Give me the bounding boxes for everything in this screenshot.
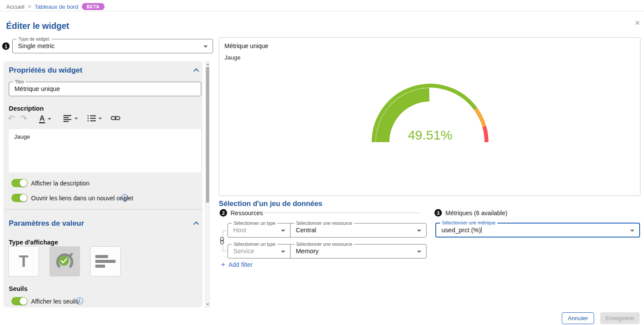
insert-link-button[interactable] bbox=[111, 115, 120, 121]
breadcrumb-dashboards-link[interactable]: Tableaux de bord bbox=[35, 3, 78, 10]
chevron-down-icon bbox=[417, 251, 421, 253]
text-cursor bbox=[481, 227, 482, 233]
redo-button[interactable]: ↷ bbox=[20, 114, 27, 122]
chevron-down-icon bbox=[203, 45, 208, 48]
step-1-badge: 1 bbox=[2, 42, 10, 50]
metric-select-value: used_prct (%) bbox=[441, 227, 482, 234]
metric-select[interactable]: Sélectionner une métrique used_prct (%) bbox=[435, 223, 640, 238]
text-color-icon: A bbox=[39, 115, 45, 123]
widget-preview-panel: Métrique unique Jauge 49.51% bbox=[219, 37, 640, 196]
scroll-down-icon[interactable] bbox=[206, 304, 209, 305]
text-display-icon: T bbox=[19, 254, 28, 269]
display-type-bars-button[interactable] bbox=[90, 246, 121, 276]
gauge-display-icon bbox=[55, 252, 75, 271]
resource-select-2[interactable]: Sélectionner une ressource Memory bbox=[290, 244, 427, 259]
undo-icon: ↶ bbox=[8, 114, 15, 122]
show-thresholds-toggle-label: Afficher les seuils bbox=[31, 298, 79, 305]
breadcrumb: Accueil > Tableaux de bord BETA bbox=[6, 2, 105, 11]
preview-description: Jauge bbox=[224, 54, 241, 61]
properties-section-heading: Propriétés du widget bbox=[9, 66, 82, 75]
preview-title: Métrique unique bbox=[224, 42, 268, 49]
chevron-down-icon bbox=[630, 230, 634, 232]
align-icon bbox=[63, 115, 72, 122]
add-filter-label: Add filter bbox=[228, 261, 252, 268]
resource-select-1-label: Sélectionner une ressource bbox=[294, 220, 354, 226]
dataset-heading: Sélection d'un jeu de données bbox=[219, 199, 322, 208]
scroll-up-icon[interactable] bbox=[206, 63, 209, 65]
close-icon[interactable]: × bbox=[632, 17, 643, 28]
resource-type-select-2[interactable]: Sélectionner un type Service bbox=[228, 244, 290, 259]
chain-wrap bbox=[219, 236, 225, 245]
value-settings-heading: Paramètres de valeur bbox=[9, 219, 84, 228]
widget-type-select[interactable]: Type de widget Single metric bbox=[12, 39, 213, 53]
widget-editor-page: Accueil > Tableaux de bord BETA Éditer l… bbox=[0, 0, 644, 325]
resources-divider bbox=[264, 213, 420, 213]
section-divider bbox=[4, 209, 203, 210]
description-textarea[interactable]: Jauge bbox=[9, 129, 201, 172]
display-type-text-button[interactable]: T bbox=[8, 246, 39, 276]
collapse-properties-icon[interactable] bbox=[193, 68, 199, 74]
link-icon bbox=[111, 115, 120, 121]
open-links-info-icon[interactable]: i bbox=[121, 194, 128, 201]
show-description-toggle[interactable] bbox=[11, 179, 28, 187]
step-2-badge: 2 bbox=[220, 209, 227, 217]
chevron-down-icon bbox=[98, 118, 102, 119]
cancel-button[interactable]: Annuler bbox=[562, 312, 594, 324]
save-button[interactable]: Enregistrer bbox=[600, 312, 640, 324]
settings-panel: Propriétés du widget Titre Métrique uniq… bbox=[4, 61, 203, 308]
undo-button[interactable]: ↶ bbox=[8, 114, 15, 122]
resource-select-1-value: Central bbox=[296, 227, 316, 234]
resource-select-2-label: Sélectionner une ressource bbox=[294, 241, 354, 247]
metrics-label: Métriques (6 available) bbox=[445, 210, 508, 217]
title-input-label: Titre bbox=[13, 79, 26, 84]
gauge-chart: 49.51% bbox=[367, 79, 494, 147]
show-thresholds-toggle[interactable] bbox=[11, 297, 28, 305]
chevron-down-icon bbox=[74, 118, 78, 119]
resources-label: Ressources bbox=[231, 210, 263, 217]
resource-select-1[interactable]: Sélectionner une ressource Central bbox=[290, 223, 427, 238]
text-color-button[interactable]: A bbox=[39, 115, 51, 123]
thresholds-label: Seuils bbox=[9, 285, 28, 292]
title-input[interactable]: Titre Métrique unique bbox=[9, 82, 201, 96]
beta-badge: BETA bbox=[82, 3, 105, 10]
link-rows-icon bbox=[220, 237, 224, 245]
chevron-down-icon bbox=[48, 118, 51, 120]
open-links-toggle-label: Ouvrir les liens dans un nouvel onglet bbox=[31, 195, 133, 202]
collapse-value-settings-icon[interactable] bbox=[193, 221, 199, 227]
resource-type-select-2-value: Service bbox=[233, 248, 254, 255]
chevron-down-icon bbox=[281, 251, 285, 253]
title-input-value: Métrique unique bbox=[14, 85, 60, 92]
list-icon bbox=[88, 115, 96, 122]
step-3-badge: 3 bbox=[434, 209, 442, 217]
thresholds-info-icon[interactable]: i bbox=[76, 297, 83, 304]
settings-scrollbar[interactable] bbox=[205, 61, 210, 308]
breadcrumb-home-link[interactable]: Accueil bbox=[6, 3, 24, 10]
chevron-down-icon bbox=[281, 230, 285, 232]
display-type-label: Type d'affichage bbox=[9, 239, 58, 246]
resource-type-select-1[interactable]: Sélectionner un type Host bbox=[228, 223, 290, 238]
chevron-down-icon bbox=[417, 230, 421, 232]
resource-type-select-1-label: Sélectionner un type bbox=[232, 220, 277, 226]
resource-type-select-2-label: Sélectionner un type bbox=[232, 241, 277, 247]
add-filter-button[interactable]: + Add filter bbox=[221, 261, 252, 268]
page-title: Éditer le widget bbox=[6, 21, 69, 31]
gauge-value-label: 49.51% bbox=[408, 128, 452, 142]
list-button[interactable] bbox=[88, 115, 102, 122]
description-label: Description bbox=[9, 105, 44, 112]
align-button[interactable] bbox=[63, 115, 78, 122]
resource-type-select-1-value: Host bbox=[233, 227, 246, 234]
plus-icon: + bbox=[221, 261, 225, 268]
bars-display-icon bbox=[95, 255, 116, 268]
metric-select-label: Sélectionner une métrique bbox=[440, 220, 497, 225]
widget-type-select-label: Type de widget bbox=[17, 36, 51, 42]
scrollbar-thumb[interactable] bbox=[206, 67, 209, 203]
resource-select-2-value: Memory bbox=[296, 248, 318, 255]
widget-type-select-value: Single metric bbox=[18, 42, 55, 49]
breadcrumb-separator-icon: > bbox=[28, 3, 31, 10]
show-description-toggle-label: Afficher la description bbox=[31, 180, 90, 187]
header-divider bbox=[0, 11, 644, 11]
display-type-gauge-button[interactable] bbox=[49, 246, 80, 276]
redo-icon: ↷ bbox=[20, 114, 27, 122]
open-links-toggle[interactable] bbox=[11, 194, 28, 202]
